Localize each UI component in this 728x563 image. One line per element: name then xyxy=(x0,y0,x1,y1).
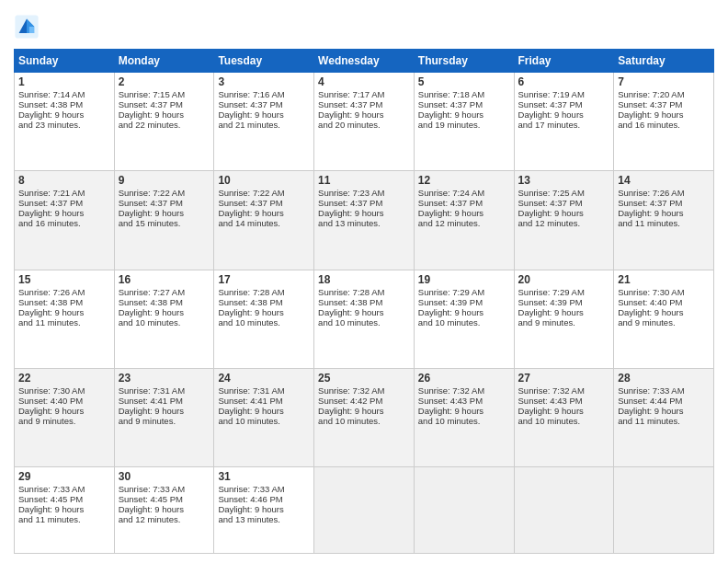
day-number: 25 xyxy=(318,372,410,385)
calendar-cell xyxy=(514,467,614,554)
day-info-line: Sunset: 4:45 PM xyxy=(18,494,110,504)
day-info-line: Sunrise: 7:17 AM xyxy=(318,89,410,99)
day-info-line: and 22 minutes. xyxy=(119,120,210,130)
day-info-line: Sunset: 4:37 PM xyxy=(418,99,510,109)
day-info-line: and 20 minutes. xyxy=(318,120,410,130)
day-info-line: Daylight: 9 hours xyxy=(119,307,210,317)
day-number: 24 xyxy=(218,372,310,385)
weekday-header-tuesday: Tuesday xyxy=(214,50,314,73)
header xyxy=(14,14,714,40)
day-number: 28 xyxy=(618,372,710,385)
calendar-cell: 29Sunrise: 7:33 AMSunset: 4:45 PMDayligh… xyxy=(15,467,115,554)
calendar-row-3: 15Sunrise: 7:26 AMSunset: 4:38 PMDayligh… xyxy=(15,270,714,368)
day-info-line: and 9 minutes. xyxy=(119,416,210,426)
day-number: 30 xyxy=(119,470,210,483)
calendar-cell: 1Sunrise: 7:14 AMSunset: 4:38 PMDaylight… xyxy=(15,73,115,171)
day-info-line: and 11 minutes. xyxy=(18,514,110,524)
day-info-line: Sunset: 4:39 PM xyxy=(418,297,510,307)
day-info-line: Daylight: 9 hours xyxy=(119,504,210,514)
page: SundayMondayTuesdayWednesdayThursdayFrid… xyxy=(0,0,728,563)
day-number: 8 xyxy=(18,174,110,187)
day-info-line: and 23 minutes. xyxy=(18,120,110,130)
day-info-line: Sunrise: 7:32 AM xyxy=(418,385,510,396)
day-number: 14 xyxy=(618,174,710,187)
day-info-line: Sunrise: 7:32 AM xyxy=(318,385,410,396)
day-info-line: Sunrise: 7:24 AM xyxy=(418,188,510,198)
day-info-line: Sunrise: 7:29 AM xyxy=(518,287,610,297)
day-info-line: Sunset: 4:37 PM xyxy=(18,198,110,208)
day-info-line: Daylight: 9 hours xyxy=(18,208,110,218)
logo xyxy=(14,14,43,40)
calendar-cell: 2Sunrise: 7:15 AMSunset: 4:37 PMDaylight… xyxy=(114,73,214,171)
day-number: 13 xyxy=(518,174,610,187)
day-info-line: Sunset: 4:37 PM xyxy=(418,198,510,208)
day-info-line: Sunrise: 7:20 AM xyxy=(618,89,710,99)
day-info-line: Sunrise: 7:33 AM xyxy=(618,385,710,396)
day-number: 21 xyxy=(618,273,710,286)
day-number: 15 xyxy=(18,273,110,286)
day-info-line: Sunrise: 7:30 AM xyxy=(18,385,110,396)
day-info-line: and 11 minutes. xyxy=(618,218,710,228)
day-info-line: Sunset: 4:43 PM xyxy=(518,396,610,406)
weekday-header-wednesday: Wednesday xyxy=(314,50,415,73)
day-info-line: and 12 minutes. xyxy=(518,218,610,228)
day-info-line: and 16 minutes. xyxy=(18,218,110,228)
calendar-cell: 26Sunrise: 7:32 AMSunset: 4:43 PMDayligh… xyxy=(414,369,514,467)
day-info-line: Sunrise: 7:26 AM xyxy=(618,188,710,198)
day-number: 1 xyxy=(18,75,110,88)
calendar-cell: 15Sunrise: 7:26 AMSunset: 4:38 PMDayligh… xyxy=(15,270,115,368)
day-info-line: Daylight: 9 hours xyxy=(318,406,410,416)
calendar-row-2: 8Sunrise: 7:21 AMSunset: 4:37 PMDaylight… xyxy=(15,171,714,270)
day-number: 31 xyxy=(218,470,310,483)
day-info-line: Daylight: 9 hours xyxy=(318,208,410,218)
day-info-line: Daylight: 9 hours xyxy=(618,208,710,218)
calendar-cell: 28Sunrise: 7:33 AMSunset: 4:44 PMDayligh… xyxy=(614,369,714,467)
day-info-line: Sunset: 4:40 PM xyxy=(18,396,110,406)
day-info-line: and 9 minutes. xyxy=(18,416,110,426)
day-info-line: Daylight: 9 hours xyxy=(218,406,310,416)
day-info-line: Sunset: 4:37 PM xyxy=(318,99,410,109)
day-info-line: Sunset: 4:37 PM xyxy=(618,198,710,208)
day-info-line: and 21 minutes. xyxy=(218,120,310,130)
day-info-line: Sunset: 4:37 PM xyxy=(218,99,310,109)
logo-icon xyxy=(14,14,40,40)
calendar-row-1: 1Sunrise: 7:14 AMSunset: 4:38 PMDaylight… xyxy=(15,73,714,171)
day-info-line: Sunset: 4:38 PM xyxy=(218,297,310,307)
calendar-cell: 7Sunrise: 7:20 AMSunset: 4:37 PMDaylight… xyxy=(614,73,714,171)
calendar-cell: 24Sunrise: 7:31 AMSunset: 4:41 PMDayligh… xyxy=(214,369,314,467)
day-info-line: Sunrise: 7:28 AM xyxy=(318,287,410,297)
day-info-line: Daylight: 9 hours xyxy=(119,208,210,218)
day-number: 10 xyxy=(218,174,310,187)
weekday-header-saturday: Saturday xyxy=(614,50,714,73)
calendar-cell: 17Sunrise: 7:28 AMSunset: 4:38 PMDayligh… xyxy=(214,270,314,368)
calendar-cell: 14Sunrise: 7:26 AMSunset: 4:37 PMDayligh… xyxy=(614,171,714,270)
calendar-cell: 20Sunrise: 7:29 AMSunset: 4:39 PMDayligh… xyxy=(514,270,614,368)
day-info-line: Sunrise: 7:14 AM xyxy=(18,89,110,99)
day-info-line: Sunset: 4:38 PM xyxy=(18,99,110,109)
day-number: 22 xyxy=(18,372,110,385)
calendar-cell: 5Sunrise: 7:18 AMSunset: 4:37 PMDaylight… xyxy=(414,73,514,171)
day-info-line: Daylight: 9 hours xyxy=(318,109,410,120)
day-info-line: Sunrise: 7:21 AM xyxy=(18,188,110,198)
day-info-line: and 10 minutes. xyxy=(418,317,510,327)
day-info-line: Sunrise: 7:29 AM xyxy=(418,287,510,297)
day-info-line: Sunset: 4:37 PM xyxy=(518,99,610,109)
day-number: 11 xyxy=(318,174,410,187)
day-info-line: Daylight: 9 hours xyxy=(318,307,410,317)
day-number: 7 xyxy=(618,75,710,88)
day-info-line: and 10 minutes. xyxy=(119,317,210,327)
calendar-cell: 11Sunrise: 7:23 AMSunset: 4:37 PMDayligh… xyxy=(314,171,415,270)
day-info-line: and 10 minutes. xyxy=(318,317,410,327)
calendar-row-5: 29Sunrise: 7:33 AMSunset: 4:45 PMDayligh… xyxy=(15,467,714,554)
day-info-line: Sunrise: 7:22 AM xyxy=(218,188,310,198)
day-info-line: Daylight: 9 hours xyxy=(418,208,510,218)
day-info-line: and 15 minutes. xyxy=(119,218,210,228)
calendar-cell: 8Sunrise: 7:21 AMSunset: 4:37 PMDaylight… xyxy=(15,171,115,270)
day-number: 23 xyxy=(119,372,210,385)
day-info-line: Sunrise: 7:33 AM xyxy=(119,484,210,494)
day-info-line: Daylight: 9 hours xyxy=(518,109,610,120)
day-info-line: Sunrise: 7:28 AM xyxy=(218,287,310,297)
calendar-cell: 4Sunrise: 7:17 AMSunset: 4:37 PMDaylight… xyxy=(314,73,415,171)
calendar-row-4: 22Sunrise: 7:30 AMSunset: 4:40 PMDayligh… xyxy=(15,369,714,467)
day-info-line: Daylight: 9 hours xyxy=(18,406,110,416)
